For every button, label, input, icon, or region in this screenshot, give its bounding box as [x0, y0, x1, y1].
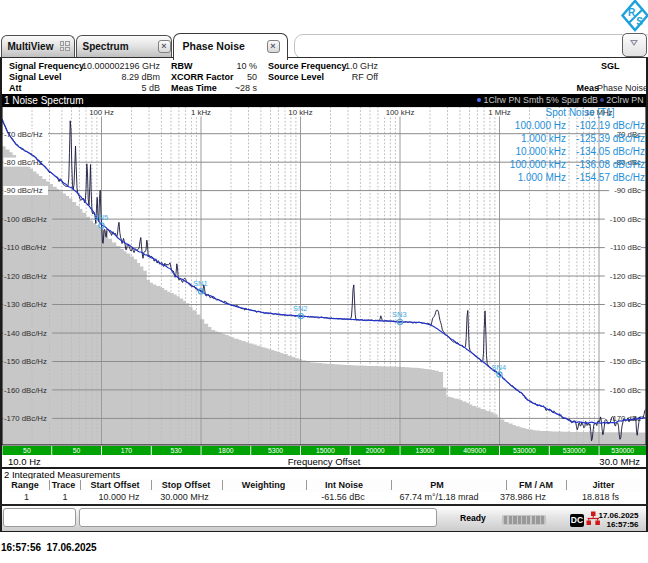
svg-text:15000: 15000 [316, 447, 335, 454]
svg-text:SN4: SN4 [492, 363, 507, 372]
svg-text:530000: 530000 [611, 447, 634, 454]
svg-text:530000: 530000 [563, 447, 586, 454]
svg-text:-130 dBc/Hz: -130 dBc/Hz [4, 300, 47, 309]
svg-text:SN2: SN2 [293, 304, 308, 313]
svg-text:-120 dBc/Hz: -120 dBc/Hz [4, 272, 47, 281]
svg-text:20000: 20000 [366, 447, 385, 454]
svg-text:-90 dBc/Hz: -90 dBc/Hz [4, 186, 43, 195]
svg-text:1 MHz: 1 MHz [488, 108, 511, 117]
svg-text:-170 dBc/Hz: -170 dBc/Hz [4, 414, 47, 423]
svg-text:50: 50 [73, 447, 81, 454]
svg-text:-70 dBc/Hz: -70 dBc/Hz [4, 130, 43, 139]
svg-text:13000: 13000 [415, 447, 434, 454]
svg-text:100 kHz: 100 kHz [386, 108, 415, 117]
svg-text:-130 dBc: -130 dBc [610, 300, 641, 309]
svg-text:R: R [628, 7, 636, 18]
svg-text:-136.08 dBc/Hz: -136.08 dBc/Hz [576, 159, 645, 170]
svg-text:-125.39 dBc/Hz: -125.39 dBc/Hz [576, 133, 645, 144]
svg-text:10.000 kHz: 10.000 kHz [515, 146, 566, 157]
svg-text:1 kHz: 1 kHz [191, 108, 211, 117]
svg-text:-160 dBc: -160 dBc [610, 386, 641, 395]
svg-text:-110 dBc: -110 dBc [610, 243, 641, 252]
svg-text:-150 dBc: -150 dBc [610, 357, 641, 366]
svg-text:100.000 kHz: 100.000 kHz [510, 159, 566, 170]
svg-text:100 Hz: 100 Hz [89, 108, 114, 117]
svg-text:-100 dBc: -100 dBc [610, 215, 641, 224]
svg-text:530000: 530000 [513, 447, 536, 454]
svg-text:-160 dBc/Hz: -160 dBc/Hz [4, 386, 47, 395]
svg-text:-90 dBc: -90 dBc [614, 186, 641, 195]
svg-text:SN5: SN5 [94, 213, 109, 222]
svg-text:-102.19 dBc/Hz: -102.19 dBc/Hz [576, 120, 645, 131]
svg-text:Spot Noise [T1]: Spot Noise [T1] [546, 107, 615, 118]
svg-text:1.000 MHz: 1.000 MHz [518, 172, 566, 183]
svg-text:-134.05 dBc/Hz: -134.05 dBc/Hz [576, 146, 645, 157]
svg-text:530: 530 [170, 447, 182, 454]
svg-text:-140 dBc: -140 dBc [610, 329, 641, 338]
svg-text:10 kHz: 10 kHz [288, 108, 312, 117]
svg-text:100.000 Hz: 100.000 Hz [515, 120, 566, 131]
svg-text:SN1: SN1 [193, 279, 208, 288]
svg-text:170: 170 [121, 447, 133, 454]
svg-text:1.000 kHz: 1.000 kHz [521, 133, 566, 144]
svg-text:1800: 1800 [218, 447, 233, 454]
svg-text:-120 dBc: -120 dBc [610, 272, 641, 281]
svg-text:S: S [636, 16, 643, 27]
svg-text:-154.57 dBc/Hz: -154.57 dBc/Hz [576, 172, 645, 183]
svg-text:5300: 5300 [268, 447, 283, 454]
svg-text:409000: 409000 [463, 447, 486, 454]
svg-text:-110 dBc/Hz: -110 dBc/Hz [4, 243, 46, 252]
svg-text:SN3: SN3 [392, 310, 407, 319]
svg-text:50: 50 [23, 447, 31, 454]
svg-text:-100 dBc/Hz: -100 dBc/Hz [4, 215, 47, 224]
svg-text:-150 dBc/Hz: -150 dBc/Hz [4, 357, 47, 366]
svg-text:-140 dBc/Hz: -140 dBc/Hz [4, 329, 47, 338]
